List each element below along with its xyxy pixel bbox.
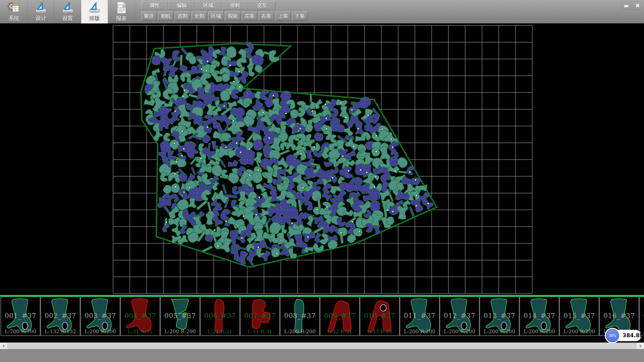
app-nav-button[interactable]: 报表	[108, 0, 135, 23]
piece-name: 015_#37	[560, 312, 599, 320]
piece-name: 012_#37	[440, 312, 479, 320]
app-nav-label: 系统	[9, 15, 19, 22]
piece-lr-label: L:200 R:200	[400, 328, 439, 335]
piece-lr-label: L:31 R:31	[240, 328, 279, 335]
piece-name: 009_#37	[320, 312, 359, 320]
piece-lr-label: L:700 R:700	[1, 328, 40, 335]
piece-name: 016_#37	[600, 312, 639, 320]
piece-thumbnail[interactable]: 011_#37 L:200 R:200	[400, 297, 439, 336]
app-nav-button[interactable]: 排版	[81, 0, 108, 23]
piece-thumbnail[interactable]: 003_#37 L:200 R:200	[80, 297, 120, 336]
app-nav-label: 设计	[36, 15, 46, 22]
piece-thumbnail[interactable]: 006_#37 L:21 R:21	[200, 297, 240, 336]
piece-thumbnail[interactable]: 015_#37 L:200 R:200	[559, 297, 599, 336]
strip-lower-margin	[0, 336, 644, 343]
piece-thumbnail[interactable]: 014_#37 L:200 R:200	[520, 297, 559, 336]
tool-button[interactable]: 相机	[158, 11, 173, 21]
piece-name: 004_#37	[121, 312, 160, 320]
tool-button[interactable]: 聚排	[141, 11, 157, 21]
app-nav-label: 报表	[116, 15, 127, 22]
tool-button[interactable]: 全割	[192, 11, 207, 21]
status-bar	[0, 349, 644, 362]
window-controls: ▬ ✖	[621, 1, 643, 10]
piece-thumbnail[interactable]: 010_#37 L:33 R:33	[360, 297, 399, 336]
tool-button[interactable]: 右靠	[259, 11, 274, 21]
piece-thumbnail[interactable]: 008_#37 L:200 R:200	[280, 297, 320, 336]
scroll-right-button[interactable]: ›	[637, 343, 644, 349]
progress-percent: 38%	[609, 334, 616, 338]
tool-button[interactable]: 区域	[208, 11, 224, 21]
piece-name: 006_#37	[201, 312, 239, 320]
tool-button-bar: 聚排 相机 选割 全割 区域 瑕疵 左靠 右靠 上靠 下靠	[141, 11, 309, 21]
piece-lr-label: L:200 R:200	[560, 328, 599, 335]
piece-name: 002_#37	[41, 312, 80, 320]
app-nav-button[interactable]: 系统	[1, 0, 28, 23]
piece-thumbnail[interactable]: 013_#37 L:200 R:200	[480, 297, 519, 336]
piece-lr-label: L:31 R:31	[121, 328, 160, 335]
memory-usage-badge[interactable]: 38% 384.8M	[608, 330, 641, 341]
piece-thumbnail[interactable]: 001_#37 L:700 R:700	[1, 297, 40, 336]
nesting-canvas[interactable]	[0, 23, 644, 295]
app-nav-label: 排版	[89, 15, 100, 22]
close-button[interactable]: ✖	[633, 1, 643, 10]
piece-name: 014_#37	[520, 312, 559, 320]
nesting-canvas-drawing	[0, 23, 644, 295]
piece-lr-label: L:132 R:132	[41, 328, 80, 335]
menu-tab-bar: 属性 编辑 区域 排料 交互	[141, 1, 275, 10]
toolbar: 系统 设计 设置 排版 报表	[0, 0, 644, 23]
tool-button[interactable]: 瑕疵	[225, 11, 240, 21]
piece-name: 005_#37	[161, 312, 200, 320]
piece-thumbnail[interactable]: 005_#37 L:200 R:200	[160, 297, 200, 336]
piece-lr-label: L:200 R:200	[520, 328, 559, 335]
app-nav-label: 设置	[62, 15, 73, 22]
menu-tab[interactable]: 编辑	[168, 1, 195, 10]
application-window: 系统 设计 设置 排版 报表	[0, 0, 644, 362]
piece-name: 003_#37	[81, 312, 120, 320]
app-nav-icon	[34, 1, 48, 14]
progress-circle-icon: 38%	[606, 329, 619, 342]
piece-lr-label: L:200 R:200	[280, 328, 319, 335]
tool-button[interactable]: 上靠	[275, 11, 291, 21]
piece-name: 017_#37	[640, 312, 644, 320]
piece-name: 001_#37	[1, 312, 40, 320]
piece-lr-label: L:32 R:31	[320, 328, 359, 335]
app-nav-icon	[7, 1, 21, 14]
piece-name: 011_#37	[400, 312, 439, 320]
tool-button[interactable]: 左靠	[242, 11, 257, 21]
scroll-track[interactable]	[7, 343, 637, 349]
piece-thumbnail[interactable]: 012_#37 L:200 R:200	[440, 297, 479, 336]
piece-name: 008_#37	[280, 312, 319, 320]
app-nav: 系统 设计 设置 排版 报表	[1, 0, 135, 23]
piece-thumbnail[interactable]: 002_#37 L:132 R:132	[41, 297, 80, 336]
minimize-button[interactable]: ▬	[621, 1, 631, 10]
piece-thumbnail[interactable]: 009_#37 L:32 R:31	[320, 297, 360, 336]
piece-lr-label: L:200 R:200	[480, 328, 519, 335]
piece-thumbnail[interactable]: 004_#37 L:31 R:31	[120, 297, 160, 336]
piece-name: 007_#37	[240, 312, 279, 320]
menu-tab[interactable]: 属性	[141, 1, 168, 10]
piece-lr-label: L:200 R:200	[161, 328, 200, 335]
piece-name: 010_#37	[360, 312, 399, 320]
menu-tab[interactable]: 排料	[222, 1, 249, 10]
piece-lr-label: L:200 R:200	[440, 328, 479, 335]
menu-tab[interactable]: 交互	[249, 1, 275, 10]
pieces-strip: 001_#37 L:700 R:700 002_#37 L:132 R:132 …	[0, 297, 644, 336]
piece-name: 013_#37	[480, 312, 519, 320]
app-nav-button[interactable]: 设计	[28, 0, 54, 23]
app-nav-button[interactable]: 设置	[54, 0, 81, 23]
tool-button[interactable]: 下靠	[292, 11, 308, 21]
menu-tab[interactable]: 区域	[195, 1, 222, 10]
piece-lr-label: L:200 R:200	[81, 328, 120, 335]
memory-value: 384.8M	[623, 330, 644, 341]
tool-button[interactable]: 选割	[175, 11, 190, 21]
piece-lr-label: L:21 R:21	[201, 328, 239, 335]
app-nav-icon	[61, 1, 74, 14]
app-nav-icon	[88, 1, 101, 14]
piece-lr-label: L:33 R:33	[360, 328, 399, 335]
scroll-left-button[interactable]: ‹	[0, 343, 7, 349]
strip-scrollbar[interactable]: ‹ ›	[0, 343, 644, 349]
piece-thumbnail[interactable]: 007_#37 L:31 R:31	[240, 297, 280, 336]
app-nav-icon	[115, 1, 128, 14]
